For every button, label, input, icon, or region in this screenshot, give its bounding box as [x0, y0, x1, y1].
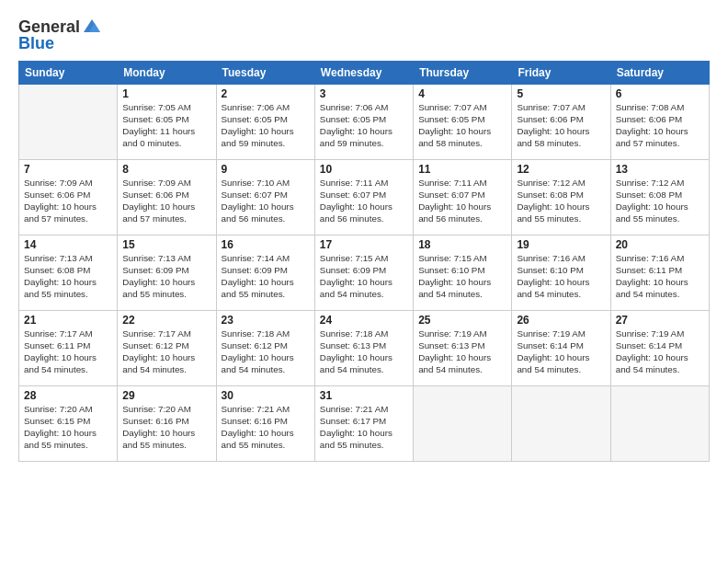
calendar-cell: 8Sunrise: 7:09 AM Sunset: 6:06 PM Daylig…	[118, 159, 216, 235]
day-info: Sunrise: 7:19 AM Sunset: 6:14 PM Dayligh…	[517, 327, 605, 376]
calendar-cell	[512, 385, 610, 461]
calendar-header-row: SundayMondayTuesdayWednesdayThursdayFrid…	[19, 61, 710, 84]
header: General Blue	[18, 15, 710, 53]
calendar-week-row: 7Sunrise: 7:09 AM Sunset: 6:06 PM Daylig…	[19, 159, 710, 235]
day-number: 9	[222, 163, 310, 176]
day-info: Sunrise: 7:14 AM Sunset: 6:09 PM Dayligh…	[222, 252, 310, 301]
calendar-cell: 27Sunrise: 7:19 AM Sunset: 6:14 PM Dayli…	[610, 310, 709, 385]
calendar-cell: 21Sunrise: 7:17 AM Sunset: 6:11 PM Dayli…	[19, 310, 118, 385]
day-info: Sunrise: 7:13 AM Sunset: 6:08 PM Dayligh…	[24, 252, 112, 301]
calendar-cell: 25Sunrise: 7:19 AM Sunset: 6:13 PM Dayli…	[414, 310, 512, 385]
calendar-cell: 11Sunrise: 7:11 AM Sunset: 6:07 PM Dayli…	[414, 159, 512, 235]
day-info: Sunrise: 7:20 AM Sunset: 6:15 PM Dayligh…	[24, 403, 112, 452]
calendar-cell: 29Sunrise: 7:20 AM Sunset: 6:16 PM Dayli…	[118, 385, 216, 461]
calendar-cell: 2Sunrise: 7:06 AM Sunset: 6:05 PM Daylig…	[216, 84, 314, 159]
day-info: Sunrise: 7:21 AM Sunset: 6:16 PM Dayligh…	[222, 403, 310, 452]
day-info: Sunrise: 7:21 AM Sunset: 6:17 PM Dayligh…	[320, 403, 408, 452]
day-info: Sunrise: 7:15 AM Sunset: 6:09 PM Dayligh…	[320, 252, 408, 301]
day-info: Sunrise: 7:18 AM Sunset: 6:12 PM Dayligh…	[222, 327, 310, 376]
day-number: 2	[222, 87, 310, 100]
calendar-header-thursday: Thursday	[414, 61, 512, 84]
day-number: 1	[122, 87, 210, 100]
calendar-cell: 16Sunrise: 7:14 AM Sunset: 6:09 PM Dayli…	[216, 235, 314, 310]
day-number: 26	[517, 314, 605, 327]
day-info: Sunrise: 7:12 AM Sunset: 6:08 PM Dayligh…	[616, 177, 704, 225]
day-number: 21	[24, 314, 112, 327]
day-info: Sunrise: 7:13 AM Sunset: 6:09 PM Dayligh…	[122, 252, 210, 301]
calendar-cell: 30Sunrise: 7:21 AM Sunset: 6:16 PM Dayli…	[216, 385, 314, 461]
day-info: Sunrise: 7:08 AM Sunset: 6:06 PM Dayligh…	[616, 101, 704, 150]
day-info: Sunrise: 7:07 AM Sunset: 6:06 PM Dayligh…	[517, 101, 605, 150]
day-info: Sunrise: 7:06 AM Sunset: 6:05 PM Dayligh…	[320, 101, 408, 150]
calendar-header-wednesday: Wednesday	[314, 61, 413, 84]
day-info: Sunrise: 7:19 AM Sunset: 6:14 PM Dayligh…	[616, 327, 704, 376]
calendar-cell: 24Sunrise: 7:18 AM Sunset: 6:13 PM Dayli…	[314, 310, 413, 385]
day-number: 16	[222, 238, 310, 251]
day-number: 14	[24, 238, 112, 251]
day-number: 31	[320, 389, 408, 402]
day-number: 12	[517, 163, 605, 176]
day-number: 17	[320, 238, 408, 251]
calendar-cell	[19, 84, 118, 159]
calendar-header-saturday: Saturday	[610, 61, 709, 84]
calendar-cell: 7Sunrise: 7:09 AM Sunset: 6:06 PM Daylig…	[19, 159, 118, 235]
calendar-cell: 6Sunrise: 7:08 AM Sunset: 6:06 PM Daylig…	[610, 84, 709, 159]
calendar-cell: 1Sunrise: 7:05 AM Sunset: 6:05 PM Daylig…	[118, 84, 216, 159]
day-info: Sunrise: 7:05 AM Sunset: 6:05 PM Dayligh…	[122, 101, 210, 150]
day-number: 11	[418, 163, 506, 176]
day-number: 15	[122, 238, 210, 251]
calendar-cell: 15Sunrise: 7:13 AM Sunset: 6:09 PM Dayli…	[118, 235, 216, 310]
logo-blue-text: Blue	[18, 34, 54, 52]
day-number: 25	[418, 314, 506, 327]
calendar-cell: 10Sunrise: 7:11 AM Sunset: 6:07 PM Dayli…	[314, 159, 413, 235]
day-info: Sunrise: 7:11 AM Sunset: 6:07 PM Dayligh…	[320, 177, 408, 225]
day-number: 20	[616, 238, 704, 251]
day-info: Sunrise: 7:19 AM Sunset: 6:13 PM Dayligh…	[418, 327, 506, 376]
day-number: 8	[122, 163, 210, 176]
day-number: 29	[122, 389, 210, 402]
calendar-cell: 17Sunrise: 7:15 AM Sunset: 6:09 PM Dayli…	[314, 235, 413, 310]
logo: General Blue	[18, 18, 102, 53]
day-info: Sunrise: 7:17 AM Sunset: 6:11 PM Dayligh…	[24, 327, 112, 376]
day-info: Sunrise: 7:09 AM Sunset: 6:06 PM Dayligh…	[24, 177, 112, 225]
calendar-week-row: 1Sunrise: 7:05 AM Sunset: 6:05 PM Daylig…	[19, 84, 710, 159]
calendar-cell: 9Sunrise: 7:10 AM Sunset: 6:07 PM Daylig…	[216, 159, 314, 235]
calendar-cell: 12Sunrise: 7:12 AM Sunset: 6:08 PM Dayli…	[512, 159, 610, 235]
calendar-cell: 13Sunrise: 7:12 AM Sunset: 6:08 PM Dayli…	[610, 159, 709, 235]
calendar-cell: 28Sunrise: 7:20 AM Sunset: 6:15 PM Dayli…	[19, 385, 118, 461]
calendar-cell: 5Sunrise: 7:07 AM Sunset: 6:06 PM Daylig…	[512, 84, 610, 159]
calendar-header-tuesday: Tuesday	[216, 61, 314, 84]
calendar-cell: 31Sunrise: 7:21 AM Sunset: 6:17 PM Dayli…	[314, 385, 413, 461]
calendar-week-row: 28Sunrise: 7:20 AM Sunset: 6:15 PM Dayli…	[19, 385, 710, 461]
day-number: 3	[320, 87, 408, 100]
calendar-week-row: 21Sunrise: 7:17 AM Sunset: 6:11 PM Dayli…	[19, 310, 710, 385]
day-number: 27	[616, 314, 704, 327]
calendar-week-row: 14Sunrise: 7:13 AM Sunset: 6:08 PM Dayli…	[19, 235, 710, 310]
day-number: 6	[616, 87, 704, 100]
calendar-cell: 4Sunrise: 7:07 AM Sunset: 6:05 PM Daylig…	[414, 84, 512, 159]
calendar-cell: 22Sunrise: 7:17 AM Sunset: 6:12 PM Dayli…	[118, 310, 216, 385]
day-number: 24	[320, 314, 408, 327]
day-number: 30	[222, 389, 310, 402]
calendar-cell: 18Sunrise: 7:15 AM Sunset: 6:10 PM Dayli…	[414, 235, 512, 310]
logo-icon	[82, 16, 102, 36]
calendar-header-sunday: Sunday	[19, 61, 118, 84]
day-number: 5	[517, 87, 605, 100]
day-number: 4	[418, 87, 506, 100]
day-info: Sunrise: 7:16 AM Sunset: 6:10 PM Dayligh…	[517, 252, 605, 301]
day-number: 22	[122, 314, 210, 327]
calendar-header-monday: Monday	[118, 61, 216, 84]
day-number: 23	[222, 314, 310, 327]
calendar-cell	[414, 385, 512, 461]
calendar-cell: 20Sunrise: 7:16 AM Sunset: 6:11 PM Dayli…	[610, 235, 709, 310]
day-number: 7	[24, 163, 112, 176]
calendar-cell: 19Sunrise: 7:16 AM Sunset: 6:10 PM Dayli…	[512, 235, 610, 310]
page: General Blue SundayMondayTuesdayWednesda…	[0, 0, 728, 563]
day-info: Sunrise: 7:11 AM Sunset: 6:07 PM Dayligh…	[418, 177, 506, 225]
day-info: Sunrise: 7:09 AM Sunset: 6:06 PM Dayligh…	[122, 177, 210, 225]
day-info: Sunrise: 7:06 AM Sunset: 6:05 PM Dayligh…	[222, 101, 310, 150]
calendar-cell: 14Sunrise: 7:13 AM Sunset: 6:08 PM Dayli…	[19, 235, 118, 310]
calendar-cell: 23Sunrise: 7:18 AM Sunset: 6:12 PM Dayli…	[216, 310, 314, 385]
day-number: 19	[517, 238, 605, 251]
day-info: Sunrise: 7:18 AM Sunset: 6:13 PM Dayligh…	[320, 327, 408, 376]
